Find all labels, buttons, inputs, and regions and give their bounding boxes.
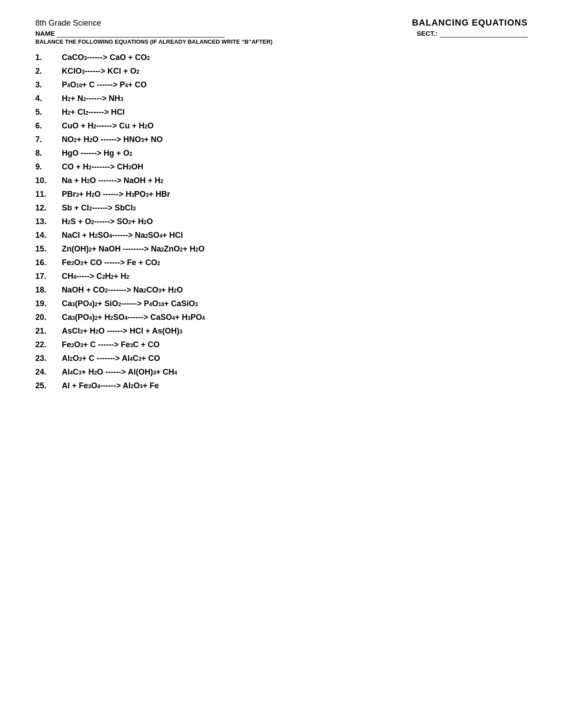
equation-row: 15.Zn(OH)2 + NaOH --------> Na2ZnO2 + H2… — [35, 244, 528, 254]
sect-field: SECT.: — [416, 30, 528, 38]
equation-content: NO2 + H2O ------> HNO3 + NO — [62, 135, 163, 144]
equation-content: CO + H2 -------> CH3OH — [62, 162, 143, 172]
equation-row: 3.P4O10 + C ------> P4 + CO — [35, 80, 528, 90]
equation-row: 13.H2S + O2 ------> SO2 + H2O — [35, 217, 528, 226]
page-header: 8th Grade Science BALANCING EQUATIONS — [35, 18, 528, 28]
equation-number: 14. — [35, 231, 62, 240]
name-field: NAME — [35, 30, 224, 38]
equation-row: 19.Ca3(PO4)2 + SiO2 ------> P4O10 + CaSi… — [35, 299, 528, 308]
equation-number: 22. — [35, 340, 62, 349]
equations-list: 1.CaCO3 ------> CaO + CO22.KClO3 ------>… — [35, 53, 528, 390]
equation-content: Zn(OH)2 + NaOH --------> Na2ZnO2 + H2O — [62, 244, 204, 254]
equation-number: 10. — [35, 176, 62, 185]
name-label: NAME — [35, 30, 55, 37]
sect-underline — [439, 30, 528, 38]
equation-row: 5.H2 + Cl2 ------> HCl — [35, 108, 528, 117]
equation-number: 24. — [35, 368, 62, 377]
equation-number: 17. — [35, 272, 62, 281]
equation-number: 3. — [35, 80, 62, 90]
equation-number: 7. — [35, 135, 62, 144]
equation-number: 4. — [35, 94, 62, 103]
equation-number: 16. — [35, 258, 62, 267]
page-title: BALANCING EQUATIONS — [412, 18, 528, 28]
equation-content: H2 + Cl2 ------> HCl — [62, 108, 125, 117]
equation-row: 23.Al2O3 + C -------> Al4C3 + CO — [35, 354, 528, 363]
equation-content: KClO3 ------> KCl + O2 — [62, 67, 139, 76]
equation-number: 20. — [35, 313, 62, 322]
equation-row: 25.Al + Fe3O4 ------> Al2O3 + Fe — [35, 381, 528, 390]
equation-content: Al + Fe3O4 ------> Al2O3 + Fe — [62, 381, 159, 390]
equation-row: 4.H2 + N2 ------> NH3 — [35, 94, 528, 103]
equation-row: 9.CO + H2 -------> CH3OH — [35, 162, 528, 172]
sect-label: SECT.: — [416, 30, 438, 37]
equation-row: 8.HgO ------> Hg + O2 — [35, 149, 528, 158]
equation-number: 21. — [35, 326, 62, 336]
equation-content: PBr3 + H2O ------> H3PO3 + HBr — [62, 190, 170, 199]
equation-number: 11. — [35, 190, 62, 199]
equation-number: 25. — [35, 381, 62, 390]
equation-row: 6.CuO + H2 ------> Cu + H2O — [35, 121, 528, 131]
equation-row: 24.Al4C3 + H2O ------> Al(OH)3 + CH4 — [35, 368, 528, 377]
equation-row: 14.NaCl + H2SO4 ------> Na2SO4 + HCl — [35, 231, 528, 240]
equation-content: Sb + Cl2 ------> SbCl3 — [62, 203, 136, 213]
equation-content: Na + H2O -------> NaOH + H2 — [62, 176, 163, 185]
equation-number: 8. — [35, 149, 62, 158]
equation-row: 2.KClO3 ------> KCl + O2 — [35, 67, 528, 76]
equation-number: 18. — [35, 285, 62, 295]
equation-content: Ca3(PO4)2 + SiO2 ------> P4O10 + CaSiO3 — [62, 299, 198, 308]
equation-content: CaCO3 ------> CaO + CO2 — [62, 53, 150, 62]
equation-content: AsCl3 + H2O ------> HCl + As(OH)3 — [62, 326, 182, 336]
equation-number: 9. — [35, 162, 62, 172]
instructions-text: BALANCE THE FOLLOWING EQUATIONS (IF ALRE… — [35, 38, 528, 45]
equation-content: HgO ------> Hg + O2 — [62, 149, 132, 158]
equation-number: 15. — [35, 244, 62, 254]
name-sect-row: NAME SECT.: — [35, 30, 528, 38]
equation-content: Al2O3 + C -------> Al4C3 + CO — [62, 354, 160, 363]
equation-number: 12. — [35, 203, 62, 213]
equation-content: NaOH + CO2 -------> Na2CO3 + H2O — [62, 285, 183, 295]
equation-row: 7.NO2 + H2O ------> HNO3 + NO — [35, 135, 528, 144]
equation-content: P4O10 + C ------> P4 + CO — [62, 80, 147, 90]
equation-number: 2. — [35, 67, 62, 76]
equation-content: NaCl + H2SO4 ------> Na2SO4 + HCl — [62, 231, 183, 240]
equation-row: 12.Sb + Cl2 ------> SbCl3 — [35, 203, 528, 213]
equation-content: H2 + N2 ------> NH3 — [62, 94, 123, 103]
equation-row: 17.CH4 -----> C2H2 + H2 — [35, 272, 528, 281]
subject-label: 8th Grade Science — [35, 19, 101, 28]
equation-content: Ca3(PO4)2 + H2SO4 ------> CaSO4 + H3PO4 — [62, 313, 205, 322]
name-underline — [57, 30, 224, 38]
equation-row: 21.AsCl3 + H2O ------> HCl + As(OH)3 — [35, 326, 528, 336]
equation-row: 16.Fe2O3 + CO ------> Fe + CO2 — [35, 258, 528, 267]
equation-number: 23. — [35, 354, 62, 363]
equation-row: 22.Fe2O3 + C ------> Fe3C + CO — [35, 340, 528, 349]
equation-content: Fe2O3 + C ------> Fe3C + CO — [62, 340, 160, 349]
equation-number: 5. — [35, 108, 62, 117]
equation-content: CuO + H2 ------> Cu + H2O — [62, 121, 154, 131]
equation-row: 1.CaCO3 ------> CaO + CO2 — [35, 53, 528, 62]
equation-number: 19. — [35, 299, 62, 308]
equation-row: 11.PBr3 + H2O ------> H3PO3 + HBr — [35, 190, 528, 199]
equation-row: 18.NaOH + CO2 -------> Na2CO3 + H2O — [35, 285, 528, 295]
equation-content: Al4C3 + H2O ------> Al(OH)3 + CH4 — [62, 368, 177, 377]
equation-number: 6. — [35, 121, 62, 131]
equation-content: CH4 -----> C2H2 + H2 — [62, 272, 129, 281]
equation-number: 1. — [35, 53, 62, 62]
equation-row: 20.Ca3(PO4)2 + H2SO4 ------> CaSO4 + H3P… — [35, 313, 528, 322]
equation-content: H2S + O2 ------> SO2 + H2O — [62, 217, 153, 226]
equation-content: Fe2O3 + CO ------> Fe + CO2 — [62, 258, 160, 267]
equation-row: 10.Na + H2O -------> NaOH + H2 — [35, 176, 528, 185]
equation-number: 13. — [35, 217, 62, 226]
